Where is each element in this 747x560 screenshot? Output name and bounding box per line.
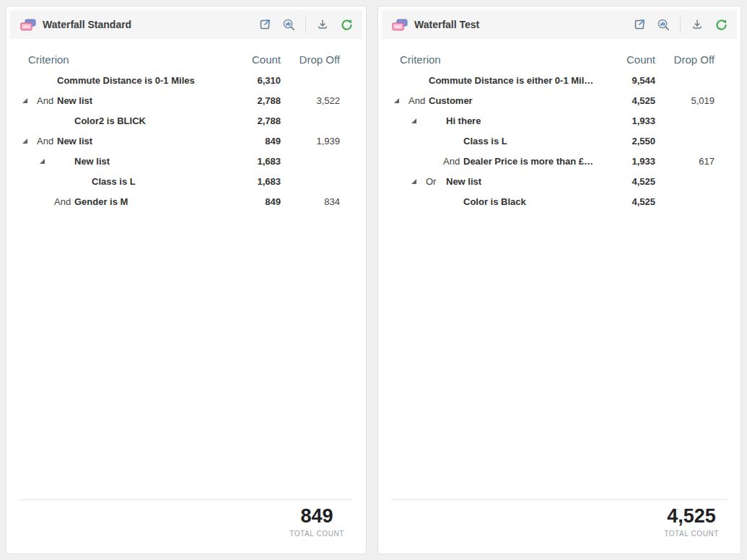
count-value: 1,683	[223, 176, 281, 187]
count-value: 2,550	[598, 136, 655, 146]
criterion-label: New list	[446, 176, 481, 187]
criteria-row: AndNew list2,7883,522	[6, 90, 366, 110]
criterion-cell: Class is L	[378, 136, 598, 146]
operator-label: And	[54, 196, 74, 207]
widget-toolbar	[248, 16, 354, 33]
refresh-icon[interactable]	[714, 17, 728, 32]
criteria-row: AndGender is M849834	[6, 191, 366, 211]
collapse-triangle-icon[interactable]	[411, 118, 416, 123]
criterion-label: Color is Black	[463, 196, 526, 207]
open-in-new-window-icon[interactable]	[258, 17, 272, 32]
waterfall-widget-standard: Waterfall Standard	[6, 6, 367, 554]
column-header-criterion: Criterion	[378, 53, 598, 66]
count-value: 1,933	[598, 115, 655, 126]
collapse-triangle-icon[interactable]	[22, 98, 27, 103]
column-header-count: Count	[223, 53, 281, 66]
toolbar-divider	[305, 16, 306, 33]
total-count-label: TOTAL COUNT	[664, 530, 719, 538]
criterion-label: Commute Distance is either 0-1 Miles or…	[429, 75, 598, 86]
column-header-count: Count	[598, 53, 655, 66]
criterion-cell: AndNew list	[6, 136, 223, 146]
criterion-label: New list	[74, 156, 110, 167]
criterion-cell: Color is Black	[378, 196, 598, 207]
criterion-label: New list	[57, 136, 92, 146]
waterfall-widget-icon	[20, 19, 36, 31]
operator-label: Or	[426, 176, 446, 187]
criterion-cell: Hi there	[378, 115, 598, 126]
expand-slot	[22, 139, 37, 144]
criteria-row: Commute Distance is 0-1 Miles6,310	[6, 70, 366, 90]
criteria-row: Class is L1,683	[6, 171, 366, 191]
criterion-cell: New list	[6, 156, 223, 167]
criterion-cell: Class is L	[6, 176, 223, 187]
criterion-cell: AndNew list	[6, 95, 223, 106]
criterion-label: Commute Distance is 0-1 Miles	[57, 75, 195, 86]
collapse-triangle-icon[interactable]	[22, 139, 27, 144]
operator-label: And	[409, 95, 429, 106]
widget-footer: 4,525 TOTAL COUNT	[378, 499, 741, 554]
criterion-label: Hi there	[446, 115, 481, 126]
widget-footer: 849 TOTAL COUNT	[6, 499, 366, 554]
criteria-row: Commute Distance is either 0-1 Miles or……	[378, 70, 741, 90]
count-value: 2,788	[223, 115, 281, 126]
criterion-cell: AndCustomer	[378, 95, 598, 106]
count-value: 1,683	[223, 156, 281, 167]
widget-header: Waterfall Standard	[10, 10, 362, 39]
grid-rows: Commute Distance is 0-1 Miles6,310AndNew…	[6, 70, 366, 211]
expand-slot	[394, 98, 409, 103]
dropoff-value: 5,019	[655, 95, 715, 106]
count-value: 849	[223, 196, 281, 207]
criteria-grid: Criterion Count Drop Off Commute Distanc…	[6, 43, 366, 211]
collapse-triangle-icon[interactable]	[40, 159, 45, 164]
expand-slot	[40, 159, 54, 164]
widget-toolbar	[623, 16, 728, 33]
criteria-row: Color2 is BLICK2,788	[6, 110, 366, 131]
widget-title: Waterfall Test	[414, 19, 479, 30]
refresh-icon[interactable]	[339, 17, 354, 32]
explore-data-icon[interactable]	[656, 17, 670, 32]
download-icon[interactable]	[690, 17, 704, 32]
download-icon[interactable]	[315, 17, 330, 32]
criteria-row: Hi there1,933	[378, 110, 741, 131]
open-in-new-window-icon[interactable]	[632, 17, 647, 32]
criterion-cell: Commute Distance is either 0-1 Miles or…	[378, 75, 598, 86]
count-value: 9,544	[598, 75, 655, 86]
collapse-triangle-icon[interactable]	[411, 179, 416, 184]
count-value: 6,310	[223, 75, 281, 86]
toolbar-divider	[680, 16, 681, 33]
expand-slot	[411, 179, 426, 184]
operator-label: And	[37, 95, 57, 106]
count-value: 2,788	[223, 95, 281, 106]
criterion-cell: Color2 is BLICK	[6, 115, 223, 126]
criteria-row: AndCustomer4,5255,019	[378, 90, 741, 110]
criterion-label: Gender is M	[74, 196, 128, 207]
criterion-label: Class is L	[92, 176, 136, 187]
criteria-grid: Criterion Count Drop Off Commute Distanc…	[378, 43, 741, 211]
criterion-cell: OrNew list	[378, 176, 598, 187]
count-value: 4,525	[598, 95, 655, 106]
criterion-label: New list	[57, 95, 92, 106]
dropoff-value: 834	[281, 196, 340, 207]
column-header-dropoff: Drop Off	[281, 53, 340, 66]
operator-label: And	[443, 156, 463, 167]
total-count-value: 4,525	[664, 506, 719, 528]
widget-title: Waterfall Standard	[43, 19, 131, 30]
criteria-row: AndDealer Price is more than £100.001,93…	[378, 151, 741, 171]
criteria-row: New list1,683	[6, 151, 366, 171]
criterion-label: Class is L	[463, 136, 507, 146]
expand-slot	[411, 118, 426, 123]
count-value: 1,933	[598, 156, 655, 167]
collapse-triangle-icon[interactable]	[394, 98, 399, 103]
expand-slot	[22, 98, 37, 103]
grid-rows: Commute Distance is either 0-1 Miles or……	[378, 70, 741, 211]
criterion-label: Dealer Price is more than £100.00	[463, 156, 598, 167]
count-value: 849	[223, 136, 281, 146]
criteria-row: AndNew list8491,939	[6, 131, 366, 151]
criteria-row: Color is Black4,525	[378, 191, 741, 211]
operator-label: And	[37, 136, 57, 146]
dropoff-value: 1,939	[281, 136, 340, 146]
column-header-criterion: Criterion	[6, 53, 223, 66]
explore-data-icon[interactable]	[281, 17, 296, 32]
criterion-label: Color2 is BLICK	[74, 115, 146, 126]
count-value: 4,525	[598, 176, 655, 187]
